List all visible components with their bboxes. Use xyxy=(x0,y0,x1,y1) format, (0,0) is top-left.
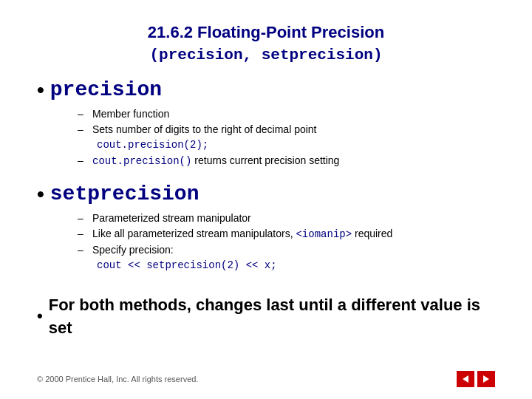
section-precision: • precision – Member function – Sets num… xyxy=(37,78,495,172)
bullet3: • xyxy=(37,305,43,328)
precision-label: precision xyxy=(50,78,162,101)
list-item: – Member function xyxy=(78,106,495,122)
slide-title: 21.6.2 Floating-Point Precision (precisi… xyxy=(37,22,495,65)
inline-code: cout.precision() xyxy=(92,155,191,167)
setprecision-list: – Parameterized stream manipulator – Lik… xyxy=(78,211,495,273)
both-methods-heading: • For both methods, changes last until a… xyxy=(37,294,495,340)
item-text: Like all parameterized stream manipulato… xyxy=(92,228,296,239)
svg-marker-0 xyxy=(463,375,468,383)
title-line2: (precision, setprecision) xyxy=(149,47,382,64)
item-text: Specify precision: xyxy=(92,242,174,258)
setprecision-heading: • setprecision xyxy=(37,183,495,206)
item-text: Member function xyxy=(92,106,169,122)
inline-code: <iomanip> xyxy=(296,228,352,240)
precision-heading: • precision xyxy=(37,78,495,102)
next-button[interactable] xyxy=(477,371,495,387)
prev-button[interactable] xyxy=(457,371,474,387)
copyright-text: © 2000 Prentice Hall, Inc. All rights re… xyxy=(37,375,198,383)
list-item: – Parameterized stream manipulator xyxy=(78,211,495,226)
bullet1: • xyxy=(37,78,44,102)
section-both-methods: • For both methods, changes last until a… xyxy=(37,294,495,344)
setprecision-label: setprecision xyxy=(50,183,200,205)
title-line1: 21.6.2 Floating-Point Precision xyxy=(148,23,384,41)
item-text: Sets number of digits to the right of de… xyxy=(92,122,317,137)
both-methods-text: For both methods, changes last until a d… xyxy=(49,294,495,340)
svg-marker-1 xyxy=(483,375,489,383)
section-setprecision: • setprecision – Parameterized stream ma… xyxy=(37,183,495,276)
item-text: required xyxy=(352,228,392,239)
code-block: cout.precision(2); xyxy=(97,137,208,153)
code-block: cout << setprecision(2) << x; xyxy=(97,258,277,273)
item-text: Parameterized stream manipulator xyxy=(92,211,251,226)
list-item: – cout.precision() returns current preci… xyxy=(78,153,495,169)
slide: 21.6.2 Floating-Point Precision (precisi… xyxy=(0,0,532,399)
item-text: returns current precision setting xyxy=(191,154,339,166)
list-item: – Sets number of digits to the right of … xyxy=(78,122,495,153)
nav-buttons xyxy=(457,371,495,387)
list-item: – Like all parameterized stream manipula… xyxy=(78,226,495,242)
precision-list: – Member function – Sets number of digit… xyxy=(78,106,495,169)
footer: © 2000 Prentice Hall, Inc. All rights re… xyxy=(37,371,495,387)
bullet2: • xyxy=(37,183,44,206)
list-item: – Specify precision: cout << setprecisio… xyxy=(78,242,495,273)
